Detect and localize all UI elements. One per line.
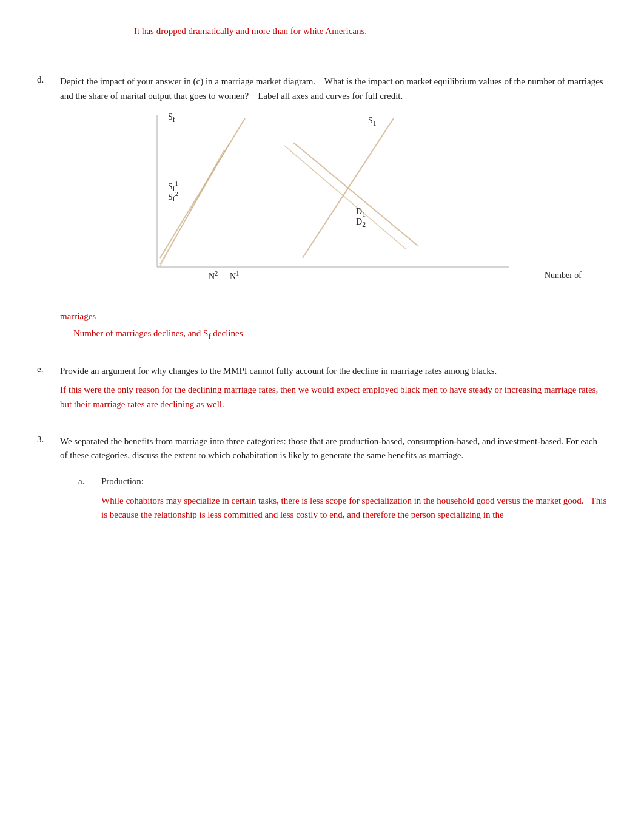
label-sf: Sf bbox=[168, 110, 175, 126]
item-3-question-text: We separated the benefits from marriage … bbox=[60, 434, 607, 463]
label-n2: N2 bbox=[209, 269, 218, 283]
marriages-label-row: marriages bbox=[60, 309, 607, 323]
label-n1: N1 bbox=[230, 269, 239, 283]
item-3-body: We separated the benefits from marriage … bbox=[60, 434, 607, 533]
sub-a-question: Production: bbox=[101, 475, 607, 488]
svg-line-5 bbox=[160, 150, 224, 266]
top-answer-block: It has dropped dramatically and more tha… bbox=[134, 24, 607, 38]
part-e-block: e. Provide an argument for why changes t… bbox=[37, 364, 607, 418]
label-sf2: Sf2 bbox=[168, 189, 178, 206]
top-answer-text: It has dropped dramatically and more tha… bbox=[134, 24, 607, 38]
part-e-question-text: Provide an argument for why changes to t… bbox=[60, 364, 607, 378]
item-3-block: 3. We separated the benefits from marria… bbox=[37, 434, 607, 533]
marriage-market-diagram: Sf S1 Sf1 Sf2 D1 D2 N2 N1 Number of bbox=[96, 109, 521, 279]
sub-item-a: a. Production: While cohabitors may spec… bbox=[78, 475, 607, 528]
page-content: It has dropped dramatically and more tha… bbox=[37, 24, 607, 533]
part-d-label: d. bbox=[37, 75, 60, 323]
sub-a-body: Production: While cohabitors may special… bbox=[101, 475, 607, 528]
below-diagram-line: Number of marriages declines, and Sf dec… bbox=[73, 328, 243, 338]
part-e-answer-text: If this were the only reason for the dec… bbox=[60, 383, 607, 411]
svg-line-7 bbox=[284, 146, 406, 249]
label-d2: D2 bbox=[356, 215, 366, 231]
label-s1: S1 bbox=[368, 114, 377, 129]
part-d-body: Depict the impact of your answer in (c) … bbox=[60, 75, 607, 323]
diagram-svg bbox=[96, 109, 521, 279]
sub-a-label: a. bbox=[78, 475, 101, 528]
part-d-block: d. Depict the impact of your answer in (… bbox=[37, 75, 607, 323]
part-e-label: e. bbox=[37, 364, 60, 418]
sub-a-answer: While cohabitors may specialize in certa… bbox=[101, 494, 607, 522]
item-3-label: 3. bbox=[37, 434, 60, 533]
marriages-label: marriages bbox=[60, 311, 96, 321]
part-e-body: Provide an argument for why changes to t… bbox=[60, 364, 607, 418]
label-number-of: Number of bbox=[545, 269, 582, 282]
part-d-question-text: Depict the impact of your answer in (c) … bbox=[60, 76, 603, 100]
below-diagram-text: Number of marriages declines, and Sf dec… bbox=[73, 328, 607, 341]
